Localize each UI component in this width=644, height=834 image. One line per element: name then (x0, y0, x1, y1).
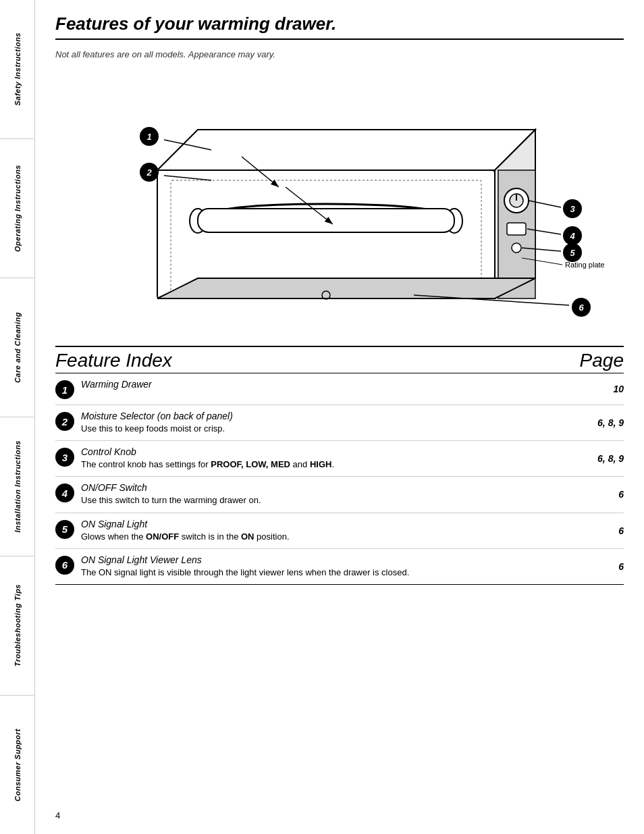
feature-badge-1: 1 (55, 380, 74, 399)
feature-name-3: Control Knob (81, 446, 570, 457)
feature-desc-6: The ON signal light is visible through t… (81, 567, 570, 579)
feature-badge-2: 2 (55, 412, 74, 431)
sidebar: Safety Instructions Operating Instructio… (0, 0, 35, 834)
svg-point-12 (512, 243, 521, 253)
feature-desc-2: Use this to keep foods moist or crisp. (81, 423, 570, 435)
feature-index-title: Feature Index (55, 350, 172, 371)
feature-name-4: ON/OFF Switch (81, 482, 570, 493)
page-col-title: Page (570, 350, 624, 371)
feature-content-5: ON Signal Light Glows when the ON/OFF sw… (81, 519, 570, 543)
svg-rect-11 (507, 223, 526, 235)
feature-desc-3: The control knob has settings for PROOF,… (81, 459, 570, 471)
feature-content-4: ON/OFF Switch Use this switch to turn th… (81, 482, 570, 506)
feature-badge-3: 3 (55, 448, 74, 467)
feature-badge-4: 4 (55, 484, 74, 502)
feature-content-2: Moisture Selector (on back of panel) Use… (81, 411, 570, 435)
feature-page-4: 6 (570, 489, 624, 500)
feature-name-2: Moisture Selector (on back of panel) (81, 411, 570, 421)
sidebar-label-operating: Operating Instructions (14, 165, 22, 252)
sidebar-section-operating[interactable]: Operating Instructions (0, 139, 34, 278)
diagram-area: Rating plate 1 2 3 4 5 6 (55, 69, 624, 332)
sidebar-label-safety: Safety Instructions (14, 32, 22, 106)
feature-index-header: Feature Index Page (55, 347, 624, 373)
sidebar-section-care[interactable]: Care and Cleaning (0, 278, 34, 417)
feature-row: 2 Moisture Selector (on back of panel) U… (55, 405, 624, 441)
feature-content-6: ON Signal Light Viewer Lens The ON signa… (81, 554, 570, 579)
feature-content-3: Control Knob The control knob has settin… (81, 446, 570, 471)
page-title: Features of your warming drawer. (55, 14, 624, 40)
svg-marker-1 (157, 130, 535, 170)
sidebar-label-troubleshooting: Troubleshooting Tips (14, 584, 22, 667)
feature-desc-4: Use this switch to turn the warming draw… (81, 494, 570, 506)
feature-badge-6: 6 (55, 556, 74, 575)
svg-text:1: 1 (146, 132, 151, 142)
feature-name-5: ON Signal Light (81, 519, 570, 529)
feature-row: 6 ON Signal Light Viewer Lens The ON sig… (55, 549, 624, 585)
subtitle: Not all features are on all models. Appe… (55, 49, 624, 59)
feature-name-1: Warming Drawer (81, 379, 570, 390)
feature-page-6: 6 (570, 561, 624, 572)
feature-page-2: 6, 8, 9 (570, 417, 624, 428)
feature-index-section: Feature Index Page 1 Warming Drawer 10 2… (55, 346, 624, 585)
feature-row: 5 ON Signal Light Glows when the ON/OFF … (55, 513, 624, 549)
feature-desc-5: Glows when the ON/OFF switch is in the O… (81, 531, 570, 543)
feature-row: 3 Control Knob The control knob has sett… (55, 441, 624, 477)
feature-name-6: ON Signal Light Viewer Lens (81, 554, 570, 565)
feature-page-5: 6 (570, 525, 624, 536)
feature-content-1: Warming Drawer (81, 379, 570, 391)
feature-row: 1 Warming Drawer 10 (55, 373, 624, 405)
sidebar-section-consumer[interactable]: Consumer Support (0, 696, 34, 834)
sidebar-label-consumer: Consumer Support (14, 729, 22, 802)
svg-text:6: 6 (579, 303, 584, 313)
feature-page-3: 6, 8, 9 (570, 453, 624, 464)
page-number: 4 (55, 804, 624, 820)
sidebar-section-safety[interactable]: Safety Instructions (0, 0, 34, 139)
sidebar-section-troubleshooting[interactable]: Troubleshooting Tips (0, 556, 34, 696)
feature-page-1: 10 (570, 384, 624, 394)
feature-badge-5: 5 (55, 520, 74, 539)
svg-text:5: 5 (570, 248, 575, 258)
sidebar-label-care: Care and Cleaning (14, 312, 22, 383)
svg-marker-13 (157, 278, 535, 298)
svg-text:3: 3 (570, 204, 575, 214)
feature-row: 4 ON/OFF Switch Use this switch to turn … (55, 477, 624, 513)
sidebar-label-installation: Installation Instructions (14, 440, 22, 533)
main-content: Features of your warming drawer. Not all… (35, 0, 644, 834)
svg-rect-5 (198, 209, 454, 232)
svg-text:2: 2 (146, 167, 152, 178)
svg-text:4: 4 (569, 231, 575, 241)
sidebar-section-installation[interactable]: Installation Instructions (0, 417, 34, 556)
